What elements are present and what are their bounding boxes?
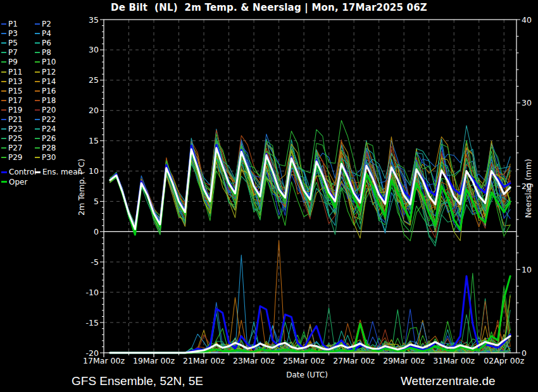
model-info-label: GFS Ensemble, 52N, 5E (72, 374, 203, 388)
x-tick-label: 29Mar 00z (383, 356, 425, 365)
temp-tick-label: 20 (89, 106, 99, 115)
temp-tick-label: -15 (86, 318, 99, 328)
x-tick-label: 23Mar 00z (233, 356, 275, 365)
temp-tick-label: 35 (89, 15, 99, 25)
temp-tick-label: -20 (86, 348, 99, 358)
precip-tick-label: 10 (522, 265, 532, 274)
temp-tick-label: -5 (91, 257, 99, 267)
x-tick-label: 25Mar 00z (283, 356, 325, 365)
y-axis-right-title: Neerslag (mm) (523, 159, 533, 218)
temp-tick-label: 5 (94, 197, 99, 206)
x-axis-title: Date (UTC) (286, 371, 328, 379)
temp-tick-label: 15 (89, 136, 99, 145)
temp-tick-label: -10 (86, 288, 99, 297)
temp-tick-label: 10 (89, 166, 99, 176)
ensemble-chart: 17Mar 00z19Mar 00z21Mar 00z23Mar 00z25Ma… (0, 0, 538, 392)
site-credit-label: Wetterzentrale.de (401, 374, 496, 388)
y-axis-left-title: 2m Temp. (°C) (77, 159, 86, 216)
precip-tick-label: 0 (522, 348, 527, 358)
x-tick-label: 31Mar 00z (433, 356, 475, 365)
x-tick-label: 02Apr 00z (484, 356, 524, 365)
temp-tick-label: 30 (89, 45, 99, 54)
precip-tick-label: 30 (522, 98, 532, 107)
data-series (110, 120, 510, 353)
ensemble-meteogram-page: De Bilt (NL) 2m Temp. & Neerslag | Mon, … (0, 0, 538, 392)
temp-tick-label: 25 (89, 75, 99, 85)
temp-tick-label: 0 (94, 227, 99, 236)
x-tick-label: 21Mar 00z (183, 356, 225, 365)
x-tick-label: 27Mar 00z (333, 356, 375, 365)
x-tick-label: 19Mar 00z (133, 356, 175, 365)
precip-tick-label: 40 (522, 15, 532, 25)
